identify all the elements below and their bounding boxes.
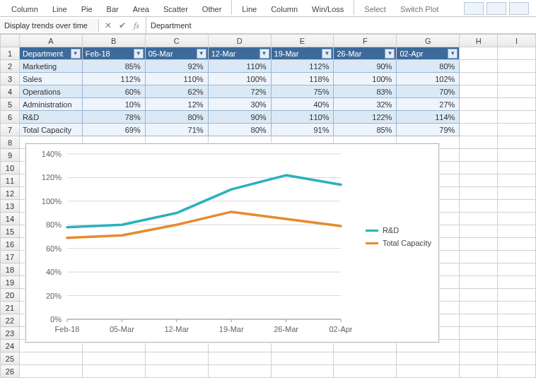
- table-header-cell[interactable]: 05-Mar▼: [145, 47, 208, 60]
- cell[interactable]: [460, 85, 498, 98]
- data-cell[interactable]: 78%: [82, 111, 145, 124]
- cell[interactable]: [498, 149, 536, 162]
- data-cell[interactable]: 80%: [145, 111, 208, 124]
- cell[interactable]: [498, 263, 536, 276]
- cell[interactable]: [498, 85, 536, 98]
- ribbon-sparkline-winloss[interactable]: Win/Loss: [305, 5, 351, 15]
- cell[interactable]: [498, 124, 536, 136]
- row-header[interactable]: 6: [1, 111, 20, 124]
- row-header[interactable]: 25: [1, 352, 20, 365]
- cell[interactable]: [397, 352, 460, 365]
- cell[interactable]: [460, 263, 498, 276]
- col-header[interactable]: H: [460, 35, 498, 47]
- data-cell[interactable]: 12%: [145, 98, 208, 111]
- cell[interactable]: [334, 365, 397, 378]
- cell[interactable]: [82, 365, 145, 378]
- cell[interactable]: [460, 327, 498, 340]
- cell[interactable]: [498, 60, 536, 73]
- ribbon-switch-plot[interactable]: Switch Plot: [393, 5, 445, 15]
- row-header[interactable]: 10: [1, 162, 20, 174]
- row-header[interactable]: 24: [1, 340, 20, 352]
- data-cell[interactable]: 69%: [82, 124, 145, 136]
- ribbon-line[interactable]: Line: [45, 5, 74, 15]
- data-cell[interactable]: 83%: [334, 85, 397, 98]
- cell[interactable]: [498, 111, 536, 124]
- formula-bar[interactable]: Department: [146, 19, 536, 32]
- name-box[interactable]: Display trends over time: [0, 19, 99, 32]
- row-header[interactable]: 4: [1, 85, 20, 98]
- cell[interactable]: [498, 314, 536, 327]
- cell[interactable]: [498, 225, 536, 238]
- col-header[interactable]: G: [397, 35, 460, 47]
- cell[interactable]: [460, 47, 498, 60]
- ribbon-area[interactable]: Area: [126, 5, 156, 15]
- table-header-cell[interactable]: 19-Mar▼: [271, 47, 334, 60]
- row-header[interactable]: 9: [1, 149, 20, 162]
- cell[interactable]: [498, 136, 536, 149]
- cell[interactable]: [208, 365, 271, 378]
- dept-cell[interactable]: Marketing: [19, 60, 82, 73]
- chart-style-thumb[interactable]: [464, 2, 484, 15]
- row-header[interactable]: 7: [1, 124, 20, 136]
- cell[interactable]: [460, 98, 498, 111]
- data-cell[interactable]: 122%: [334, 111, 397, 124]
- cell[interactable]: [460, 276, 498, 289]
- cell[interactable]: [498, 251, 536, 263]
- data-cell[interactable]: 10%: [82, 98, 145, 111]
- table-header-cell[interactable]: 26-Mar▼: [334, 47, 397, 60]
- data-cell[interactable]: 112%: [271, 60, 334, 73]
- data-cell[interactable]: 110%: [271, 111, 334, 124]
- cell[interactable]: [460, 200, 498, 213]
- data-cell[interactable]: 90%: [208, 111, 271, 124]
- data-cell[interactable]: 85%: [82, 60, 145, 73]
- cell[interactable]: [208, 352, 271, 365]
- data-cell[interactable]: 72%: [208, 85, 271, 98]
- ribbon-other[interactable]: Other: [195, 5, 229, 15]
- row-header[interactable]: 5: [1, 98, 20, 111]
- cell[interactable]: [498, 365, 536, 378]
- data-cell[interactable]: 114%: [397, 111, 460, 124]
- row-header[interactable]: 17: [1, 251, 20, 263]
- data-cell[interactable]: 80%: [397, 60, 460, 73]
- cell[interactable]: [460, 213, 498, 225]
- data-cell[interactable]: 27%: [397, 98, 460, 111]
- ribbon-sparkline-line[interactable]: Line: [235, 5, 264, 15]
- ribbon-column[interactable]: Column: [4, 5, 45, 15]
- filter-dropdown-icon[interactable]: ▼: [448, 49, 458, 59]
- table-header-cell[interactable]: Department▼: [19, 47, 82, 60]
- cell[interactable]: [460, 289, 498, 302]
- cell[interactable]: [397, 365, 460, 378]
- cell[interactable]: [498, 289, 536, 302]
- cell[interactable]: [271, 352, 334, 365]
- cell[interactable]: [460, 238, 498, 251]
- cell[interactable]: [498, 174, 536, 187]
- cell[interactable]: [460, 149, 498, 162]
- row-header[interactable]: 21: [1, 302, 20, 314]
- cell[interactable]: [498, 327, 536, 340]
- row-header[interactable]: 26: [1, 365, 20, 378]
- row-header[interactable]: 15: [1, 225, 20, 238]
- row-header[interactable]: 14: [1, 213, 20, 225]
- cell[interactable]: [498, 352, 536, 365]
- cell[interactable]: [498, 73, 536, 85]
- dept-cell[interactable]: Administration: [19, 98, 82, 111]
- ribbon-scatter[interactable]: Scatter: [156, 5, 195, 15]
- fx-icon[interactable]: 𝑓𝑥: [132, 20, 141, 30]
- data-cell[interactable]: 60%: [82, 85, 145, 98]
- data-cell[interactable]: 30%: [208, 98, 271, 111]
- ribbon-select[interactable]: Select: [357, 5, 393, 15]
- cell[interactable]: [460, 162, 498, 174]
- cell[interactable]: [460, 187, 498, 200]
- cell[interactable]: [82, 352, 145, 365]
- dept-cell[interactable]: Operations: [19, 85, 82, 98]
- dept-cell[interactable]: R&D: [19, 111, 82, 124]
- cell[interactable]: [19, 365, 82, 378]
- filter-dropdown-icon[interactable]: ▼: [197, 49, 206, 59]
- filter-dropdown-icon[interactable]: ▼: [134, 49, 144, 59]
- table-header-cell[interactable]: 12-Mar▼: [208, 47, 271, 60]
- data-cell[interactable]: 79%: [397, 124, 460, 136]
- embedded-chart[interactable]: 0%20%40%60%80%100%120%140%Feb-1805-Mar12…: [25, 143, 439, 343]
- row-header[interactable]: 20: [1, 289, 20, 302]
- select-all-corner[interactable]: [1, 35, 20, 47]
- chart-style-thumb[interactable]: [487, 2, 506, 15]
